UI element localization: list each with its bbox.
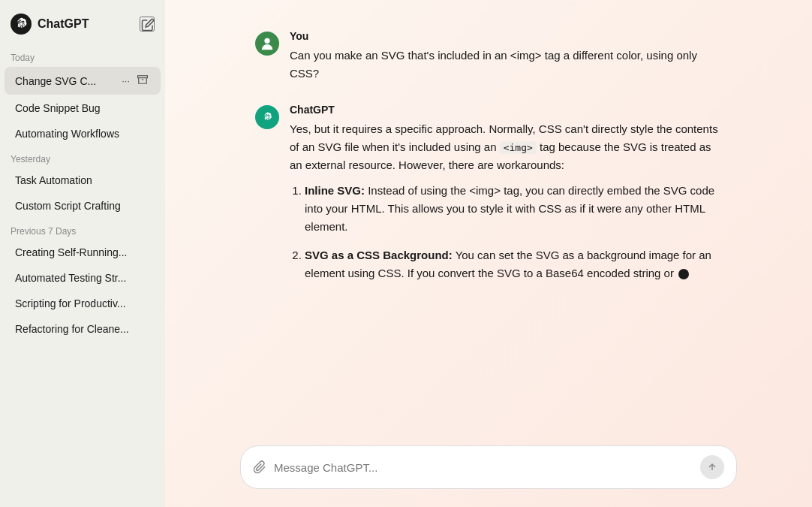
user-avatar (255, 32, 279, 56)
user-message: You Can you make an SVG that's included … (255, 30, 722, 83)
main-content: You Can you make an SVG that's included … (165, 0, 812, 507)
section-today: Today (0, 45, 165, 66)
user-message-content: You Can you make an SVG that's included … (290, 30, 722, 83)
section-yesterday: Yesterday (0, 146, 165, 167)
list-item-2: SVG as a CSS Background: You can set the… (305, 246, 722, 282)
app-title: ChatGPT (38, 17, 89, 31)
message-input[interactable] (274, 461, 693, 474)
workarounds-list: Inline SVG: Instead of using the <img> t… (305, 182, 722, 282)
chatgpt-message-text: Yes, but it requires a specific approach… (290, 120, 722, 282)
message-input-box (240, 445, 737, 489)
svg-point-3 (264, 38, 269, 44)
truncation-indicator (678, 269, 689, 279)
svg-rect-1 (138, 76, 148, 78)
sidebar-item-label: Task Automation (15, 174, 150, 186)
sidebar-item-actions: ··· (119, 73, 150, 89)
sidebar: ChatGPT Today Change SVG C... ··· Code S… (0, 0, 165, 507)
user-sender-label: You (290, 30, 722, 42)
sidebar-item-label: Refactoring for Cleane... (15, 323, 150, 335)
sidebar-item-label: Code Snippet Bug (15, 102, 150, 114)
send-button[interactable] (700, 455, 724, 479)
chat-area: You Can you make an SVG that's included … (165, 0, 812, 433)
chatgpt-avatar (255, 105, 279, 129)
sidebar-item-label: Automating Workflows (15, 128, 150, 140)
sidebar-item-label: Automated Testing Str... (15, 272, 150, 284)
sidebar-item-code-snippet[interactable]: Code Snippet Bug (5, 96, 161, 120)
more-options-button[interactable]: ··· (119, 74, 132, 88)
sidebar-item-label: Custom Script Crafting (15, 200, 150, 212)
input-area (165, 433, 812, 507)
section-previous-7-days: Previous 7 Days (0, 219, 165, 240)
sidebar-item-custom-script[interactable]: Custom Script Crafting (5, 194, 161, 218)
list-item-1: Inline SVG: Instead of using the <img> t… (305, 182, 722, 236)
sidebar-item-change-svg[interactable]: Change SVG C... ··· (5, 67, 161, 95)
sidebar-item-task-automation[interactable]: Task Automation (5, 168, 161, 192)
attach-button[interactable] (253, 460, 266, 474)
chatgpt-logo-icon (11, 14, 32, 35)
sidebar-item-automating[interactable]: Automating Workflows (5, 122, 161, 146)
code-img-tag: <img> (500, 141, 537, 154)
sidebar-item-label: Scripting for Productiv... (15, 297, 150, 309)
sidebar-item-scripting[interactable]: Scripting for Productiv... (5, 291, 161, 315)
chatgpt-message: ChatGPT Yes, but it requires a specific … (255, 104, 722, 282)
chatgpt-sender-label: ChatGPT (290, 104, 722, 116)
sidebar-header: ChatGPT (0, 9, 165, 45)
sidebar-item-refactoring[interactable]: Refactoring for Cleane... (5, 317, 161, 341)
sidebar-item-self-running[interactable]: Creating Self-Running... (5, 240, 161, 264)
user-message-text: Can you make an SVG that's included in a… (290, 47, 722, 83)
new-chat-button[interactable] (140, 17, 155, 32)
archive-button[interactable] (135, 73, 150, 89)
sidebar-item-automated-testing[interactable]: Automated Testing Str... (5, 266, 161, 290)
chatgpt-message-content: ChatGPT Yes, but it requires a specific … (290, 104, 722, 282)
sidebar-item-label: Creating Self-Running... (15, 246, 150, 258)
sidebar-logo: ChatGPT (11, 14, 89, 35)
sidebar-item-label: Change SVG C... (15, 75, 116, 87)
